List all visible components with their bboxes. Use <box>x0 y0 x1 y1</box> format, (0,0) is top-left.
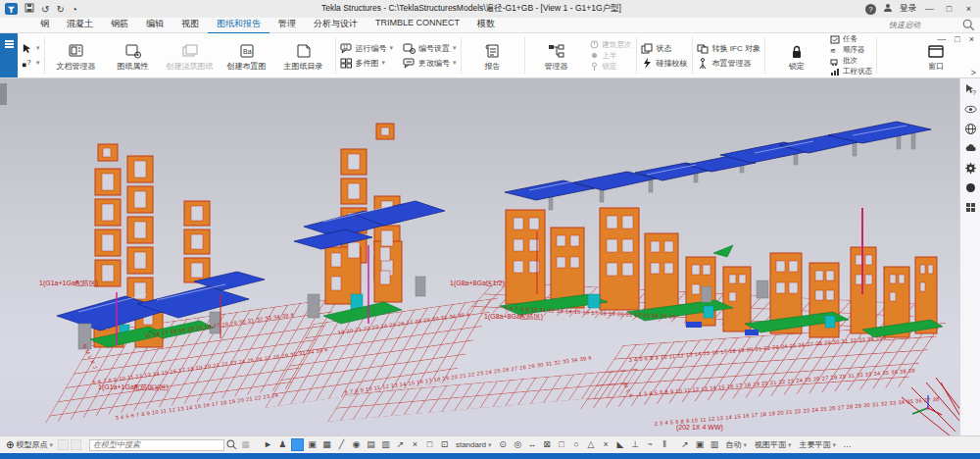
select-object-icon[interactable]: ■ <box>291 438 304 451</box>
quick-launch[interactable] <box>889 19 975 31</box>
maximize-button[interactable]: □ <box>943 4 956 14</box>
layout-manager-button[interactable]: 布置管理器 <box>697 58 760 69</box>
project-status-button[interactable]: 工程状态 <box>830 67 872 76</box>
sign-in-link[interactable]: 登录 <box>900 3 916 15</box>
phases-button[interactable]: 建筑层次 <box>590 40 632 50</box>
run-numbering-button[interactable]: 12 运行编号 ▾ <box>340 43 394 54</box>
select-point-icon[interactable]: ◉ <box>350 438 363 451</box>
drawing-properties-button[interactable]: 图纸属性 <box>106 39 161 72</box>
select-view-icon[interactable]: ↗ <box>394 438 407 451</box>
snap-parallel-icon[interactable]: ‖ <box>659 438 671 451</box>
select-surface-icon[interactable]: ▤ <box>365 438 377 451</box>
mdi-close-button[interactable]: × <box>969 34 974 44</box>
reports-button[interactable]: 报告 <box>466 39 520 72</box>
select-rebar-icon[interactable]: ⊡ <box>438 438 451 451</box>
menu-tab[interactable]: 编辑 <box>137 17 172 34</box>
menu-tab[interactable]: 钢 <box>31 17 58 34</box>
snap-reference-icon[interactable]: ◎ <box>512 438 524 451</box>
view-list-icon[interactable]: ▥ <box>709 438 721 451</box>
select-grid-icon[interactable]: □ <box>423 438 436 451</box>
apps-grid-icon[interactable] <box>964 201 977 214</box>
globe-icon[interactable] <box>964 123 977 135</box>
view-plane-dropdown[interactable]: 视图平面 ▾ <box>752 439 795 450</box>
menu-tab[interactable]: 管理 <box>270 17 305 34</box>
menu-tab[interactable]: TRIMBLE CONNECT <box>367 17 468 34</box>
select-component-icon[interactable]: ▣ <box>306 438 318 451</box>
save-icon[interactable] <box>24 3 34 15</box>
eye-icon[interactable] <box>964 103 977 116</box>
numbering-settings-button[interactable]: 编号设置 ▾ <box>403 43 457 54</box>
snap-line-icon[interactable]: ~ <box>644 438 657 451</box>
snap-corner-icon[interactable]: ◣ <box>614 438 627 451</box>
undo-icon[interactable]: ↺ <box>41 4 49 15</box>
tasks-button[interactable]: 任务 <box>830 34 872 44</box>
create-ga-drawing-button[interactable]: Ba 创建布置图 <box>220 39 274 72</box>
menu-tab[interactable]: 视图 <box>172 17 208 34</box>
view-toggle-button[interactable] <box>58 439 69 450</box>
ribbon-collapse-chevron[interactable]: > <box>971 68 976 77</box>
create-view-icon[interactable]: ▣ <box>694 438 707 451</box>
close-button[interactable]: × <box>962 4 975 14</box>
select-assembly-icon[interactable]: ♟ <box>276 438 289 451</box>
menu-tab[interactable]: 模数 <box>468 17 504 34</box>
select-cursor-tool[interactable]: ▾ <box>21 43 40 54</box>
cursor-help-icon[interactable]: ? <box>964 83 977 96</box>
inquire-tool[interactable]: ? ▾ <box>21 58 40 69</box>
snap-origin-icon[interactable]: ⊙ <box>497 438 510 451</box>
app-menu-button[interactable] <box>0 33 18 77</box>
view-toggle-button[interactable] <box>71 439 81 450</box>
mdi-restore-button[interactable]: □ <box>955 34 959 44</box>
menu-tab[interactable]: 分析与设计 <box>305 17 367 34</box>
manager-button[interactable]: 管理器 <box>529 39 584 72</box>
snap-direction-icon[interactable]: ↔ <box>526 438 539 451</box>
snap-circle-icon[interactable]: ○ <box>570 438 583 451</box>
origin-dropdown[interactable]: ⊕ 模型原点 ▾ <box>3 439 56 450</box>
search-filter-icon[interactable]: ▦ <box>239 438 252 451</box>
user-icon[interactable] <box>883 3 893 15</box>
search-icon[interactable] <box>226 439 237 450</box>
convert-ifc-button[interactable]: 转换 IFC 对象 <box>697 43 760 54</box>
sequencer-button[interactable]: ≋ 顺序器 <box>830 45 872 55</box>
change-numbering-button[interactable]: 更改编号 ▾ <box>403 58 457 69</box>
structure-model-right[interactable] <box>500 122 943 337</box>
model-viewport[interactable]: 15 16 17 18 19 20 25 26 27 28 29 30 31 3… <box>0 78 980 435</box>
document-manager-button[interactable]: 文档管理器 <box>49 39 104 72</box>
snap-triangle-icon[interactable]: △ <box>585 438 598 451</box>
sphere-icon[interactable] <box>964 181 977 194</box>
status-button[interactable]: 状态 <box>641 43 688 54</box>
select-line-icon[interactable]: ╱ <box>335 438 348 451</box>
structure-model-middle[interactable] <box>294 124 445 324</box>
snap-free-icon[interactable]: □ <box>556 438 568 451</box>
phase-lock-button[interactable]: 锁定 <box>590 62 632 72</box>
fly-icon[interactable]: ↗ <box>679 438 692 451</box>
create-cast-drawing-button[interactable]: 创建浇筑图纸 <box>163 39 218 72</box>
master-drawing-catalog-button[interactable]: 主图纸目录 <box>276 39 331 72</box>
redo-icon[interactable]: ↻ <box>56 4 64 15</box>
help-icon[interactable]: ? <box>865 4 876 15</box>
lotting-button[interactable]: 批次 <box>830 56 872 66</box>
quick-launch-input[interactable] <box>889 21 959 29</box>
menu-tab[interactable]: 钢筋 <box>102 17 137 34</box>
more-options-button[interactable]: … <box>841 438 854 451</box>
auto-dropdown[interactable]: 自动 ▾ <box>723 439 751 450</box>
select-part-icon[interactable]: ▦ <box>320 438 333 451</box>
snap-perpendicular-icon[interactable]: ⊥ <box>629 438 642 451</box>
search-icon[interactable] <box>962 19 975 31</box>
multi-drawing-button[interactable]: 多件图 ▾ <box>340 58 394 69</box>
main-plane-dropdown[interactable]: 主要平面 ▾ <box>797 439 840 450</box>
snap-profile-dropdown[interactable]: standard ▾ <box>453 440 495 449</box>
minimize-button[interactable]: — <box>923 4 936 14</box>
menu-tab[interactable]: 图纸和报告 <box>208 17 270 34</box>
mdi-minimize-button[interactable]: — <box>937 34 946 44</box>
side-pane-handle[interactable] <box>0 83 7 105</box>
snap-grid-icon[interactable]: ⊠ <box>541 438 554 451</box>
cloud-icon[interactable] <box>964 142 977 155</box>
snap-intersection-icon[interactable]: × <box>600 438 612 451</box>
model-search-input[interactable] <box>89 439 224 451</box>
select-plane-icon[interactable]: ▥ <box>379 438 392 451</box>
phase-up-button[interactable]: 上半 <box>590 51 632 61</box>
clash-check-button[interactable]: 碰撞校核 <box>641 58 688 69</box>
select-cut-icon[interactable]: × <box>409 438 421 451</box>
menu-tab[interactable]: 混凝土 <box>58 17 102 34</box>
model-search[interactable]: ▦ <box>89 438 252 451</box>
